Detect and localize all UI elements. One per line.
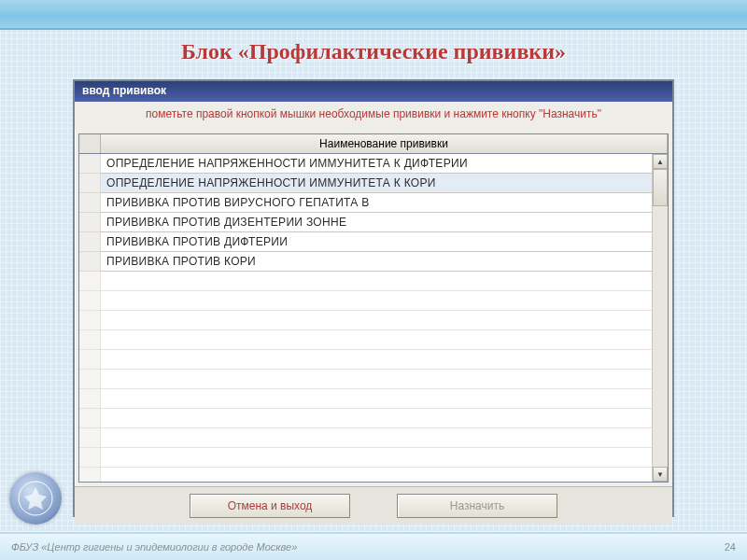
dialog-help-text: пометьте правой кнопкой мышки необходимы… (75, 102, 672, 130)
empty-row (79, 428, 668, 448)
empty-row (79, 330, 668, 350)
slide-container: Блок «Профилактические прививки» ввод пр… (0, 0, 747, 560)
row-selector[interactable] (79, 154, 101, 174)
row-label: ОПРЕДЕЛЕНИЕ НАПРЯЖЕННОСТИ ИММУНИТЕТА К Д… (101, 154, 668, 174)
footer-text: ФБУЗ «Центр гигиены и эпидемиологии в го… (11, 541, 297, 553)
empty-row (79, 370, 668, 389)
table-header: Наименование прививки (79, 134, 668, 154)
scrollbar-vertical[interactable]: ▲ ▼ (652, 154, 668, 482)
row-label: ПРИВИВКА ПРОТИВ ВИРУСНОГО ГЕПАТИТА В (101, 193, 668, 213)
assign-button[interactable]: Назначить (397, 494, 557, 518)
vaccine-table: Наименование прививки ОПРЕДЕЛЕНИЕ НАПРЯЖ… (78, 133, 669, 483)
row-selector[interactable] (79, 252, 101, 272)
scroll-up-button[interactable]: ▲ (653, 154, 668, 169)
empty-row (79, 389, 668, 409)
table-row[interactable]: ПРИВИВКА ПРОТИВ ВИРУСНОГО ГЕПАТИТА В (79, 193, 668, 213)
table-row[interactable]: ПРИВИВКА ПРОТИВ ДИЗЕНТЕРИИ ЗОННЕ (79, 213, 668, 232)
table-row[interactable]: ОПРЕДЕЛЕНИЕ НАПРЯЖЕННОСТИ ИММУНИТЕТА К К… (79, 174, 668, 193)
row-label: ОПРЕДЕЛЕНИЕ НАПРЯЖЕННОСТИ ИММУНИТЕТА К К… (101, 174, 668, 193)
row-label: ПРИВИВКА ПРОТИВ КОРИ (101, 252, 668, 272)
row-label: ПРИВИВКА ПРОТИВ ДИЗЕНТЕРИИ ЗОННЕ (101, 213, 668, 232)
dialog-bottom-bar: Отмена и выход Назначить (75, 486, 672, 525)
empty-row (79, 468, 668, 482)
table-row[interactable]: ОПРЕДЕЛЕНИЕ НАПРЯЖЕННОСТИ ИММУНИТЕТА К Д… (79, 154, 668, 174)
row-selector[interactable] (79, 213, 101, 232)
dialog-titlebar[interactable]: ввод прививок (75, 81, 672, 102)
empty-row (79, 350, 668, 370)
page-number: 24 (725, 541, 736, 553)
row-selector[interactable] (79, 193, 101, 213)
cancel-button[interactable]: Отмена и выход (190, 494, 350, 518)
empty-row (79, 272, 668, 291)
slide-footer: ФБУЗ «Центр гигиены и эпидемиологии в го… (0, 532, 747, 560)
table-row[interactable]: ПРИВИВКА ПРОТИВ КОРИ (79, 252, 668, 272)
column-name[interactable]: Наименование прививки (101, 134, 668, 153)
scroll-down-button[interactable]: ▼ (653, 467, 668, 482)
row-selector[interactable] (79, 232, 101, 252)
empty-row (79, 409, 668, 428)
table-row[interactable]: ПРИВИВКА ПРОТИВ ДИФТЕРИИ (79, 232, 668, 252)
slide-title: Блок «Профилактические прививки» (0, 39, 747, 64)
table-body: ОПРЕДЕЛЕНИЕ НАПРЯЖЕННОСТИ ИММУНИТЕТА К Д… (79, 154, 668, 482)
row-label: ПРИВИВКА ПРОТИВ ДИФТЕРИИ (101, 232, 668, 252)
org-logo (9, 472, 62, 525)
row-selector[interactable] (79, 174, 101, 193)
empty-row (79, 448, 668, 468)
column-selector[interactable] (79, 134, 101, 153)
slide-top-bar (0, 0, 747, 30)
empty-row (79, 291, 668, 311)
empty-row (79, 311, 668, 330)
vaccine-dialog: ввод прививок пометьте правой кнопкой мы… (73, 79, 674, 517)
scroll-thumb[interactable] (653, 169, 668, 206)
